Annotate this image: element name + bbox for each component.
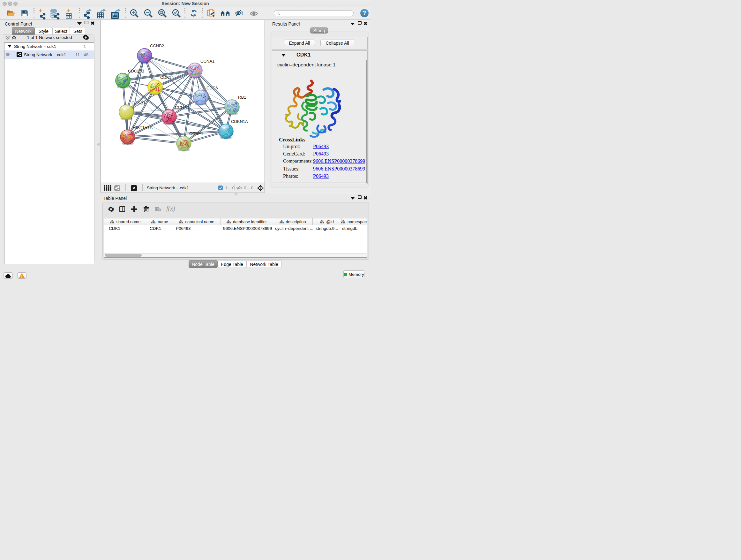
svg-text:CDC6: CDC6 xyxy=(206,85,218,90)
svg-text:CCNA2: CCNA2 xyxy=(175,105,189,110)
svg-text:CDC25B: CDC25B xyxy=(128,69,144,73)
svg-text:RB1: RB1 xyxy=(238,95,246,100)
svg-text:CDK1: CDK1 xyxy=(160,75,172,80)
svg-text:CDKN1A: CDKN1A xyxy=(231,119,248,124)
svg-text:CCNA1: CCNA1 xyxy=(200,59,214,64)
svg-text:HIST1H1A: HIST1H1A xyxy=(133,125,152,130)
svg-text:CCNB1: CCNB1 xyxy=(131,101,145,105)
svg-text:CCNB2: CCNB2 xyxy=(150,44,164,48)
svg-text:CCNE1: CCNE1 xyxy=(189,131,203,136)
